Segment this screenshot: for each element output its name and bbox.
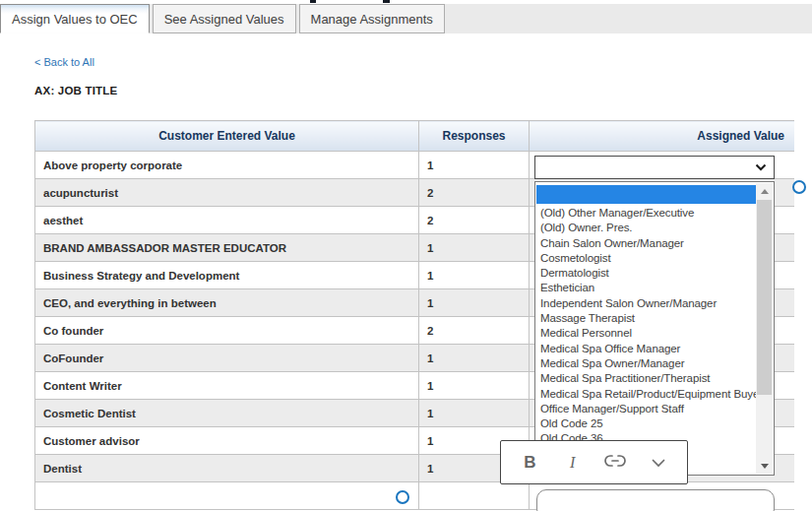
customer-value-cell [35,482,419,510]
text-editor-toolbar: B I [500,440,688,484]
customer-value-cell: CoFounder [35,345,419,372]
link-button[interactable] [601,448,629,478]
back-to-all-link[interactable]: < Back to All [34,56,94,68]
bold-button[interactable]: B [516,448,543,478]
scrollbar-thumb[interactable] [757,200,772,395]
responses-cell: 1 [419,345,530,372]
dropdown-option[interactable]: Old Code 25 [535,416,756,431]
customer-value-cell: CEO, and everything in between [35,289,419,317]
dropdown-option[interactable]: Independent Salon Owner/Manager [535,296,756,311]
customer-value-cell: Content Writer [35,372,419,400]
customer-value-cell: Customer advisor [35,427,419,455]
tab-bar: Assign Values to OEC See Assigned Values… [0,4,812,33]
header-assigned-value: Assigned Value [530,121,795,152]
responses-cell: 2 [419,179,530,207]
header-responses: Responses [419,121,530,152]
assigned-value-dropdown-list: (Old) Other Manager/Executive(Old) Owner… [534,181,775,476]
assigned-value-select[interactable] [534,156,775,179]
customer-value-cell: Above property corporate [35,152,419,179]
responses-cell: 1 [419,372,530,400]
toolbar-more-button[interactable] [645,448,672,478]
scroll-up-icon[interactable] [756,183,773,199]
dropdown-options: (Old) Other Manager/Executive(Old) Owner… [535,184,756,462]
dropdown-option[interactable]: Medical Spa Owner/Manager [535,356,756,371]
customer-value-cell: Business Strategy and Development [35,262,419,289]
tab-see-assigned-values[interactable]: See Assigned Values [153,4,296,33]
dropdown-option[interactable]: Medical Spa Practitioner/Therapist [535,371,756,386]
responses-cell: 1 [419,234,530,262]
click-marker-ring [792,180,806,194]
dropdown-option[interactable]: Medical Spa Office Manager [535,342,756,356]
customer-value-cell: aesthet [35,207,419,234]
responses-cell: 2 [419,317,530,345]
dropdown-option[interactable]: Dermatologist [535,266,756,281]
dropdown-option[interactable]: Esthetician [535,281,756,295]
chevron-down-icon [755,161,767,173]
italic-button[interactable]: I [559,448,587,478]
responses-cell: 1 [419,152,530,179]
dropdown-option[interactable] [536,185,756,204]
dropdown-option[interactable]: (Old) Other Manager/Executive [535,206,756,221]
header-customer-entered-value: Customer Entered Value [35,121,419,152]
clipped-text-fragment [310,0,316,3]
scroll-down-icon[interactable] [756,458,773,474]
comment-input[interactable] [536,489,775,511]
customer-value-cell: acupuncturist [35,179,419,207]
responses-cell [419,482,530,510]
tab-manage-assignments[interactable]: Manage Assignments [299,4,445,33]
dropdown-option[interactable]: Medical Spa Retail/Product/Equipment Buy… [535,387,756,402]
dropdown-option[interactable]: Massage Therapist [535,311,756,326]
dropdown-option[interactable]: (Old) Owner. Pres. [535,221,756,235]
link-icon [603,454,627,472]
responses-cell: 2 [419,207,530,234]
responses-cell: 1 [419,262,530,289]
click-marker-ring [396,490,409,504]
page-title: AX: JOB TITLE [34,85,117,96]
dropdown-option[interactable]: Chain Salon Owner/Manager [535,236,756,251]
responses-cell: 1 [419,400,530,427]
dropdown-option[interactable]: Cosmetologist [535,251,756,266]
table-header-row: Customer Entered Value Responses Assigne… [35,121,795,152]
customer-value-cell: Cosmetic Dentist [35,400,419,427]
tab-assign-values-to-oec[interactable]: Assign Values to OEC [0,4,150,33]
dropdown-option[interactable]: Office Manager/Support Staff [535,402,756,416]
responses-cell: 1 [419,289,530,317]
dropdown-scrollbar[interactable] [756,183,773,474]
customer-value-cell: Co founder [35,317,419,345]
customer-value-cell: Dentist [35,455,419,482]
customer-value-cell: BRAND AMBASSADOR MASTER EDUCATOR [35,234,419,262]
chevron-down-icon [652,454,665,472]
clipped-text-fragment [383,0,390,3]
dropdown-option[interactable]: Medical Personnel [535,326,756,341]
